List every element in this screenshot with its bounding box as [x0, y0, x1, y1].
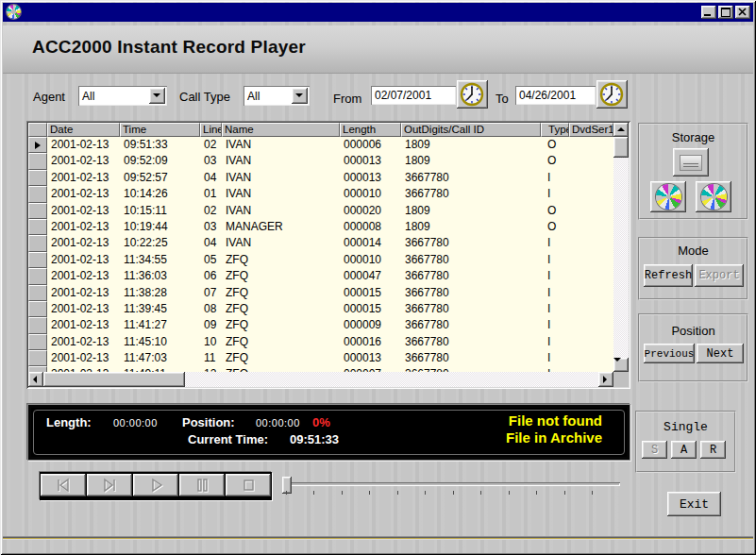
row-selector[interactable]	[28, 285, 47, 301]
position-label: Position:	[182, 415, 235, 429]
table-row[interactable]: 2001-02-1311:45:1010ZFQ0000163667780I	[28, 334, 613, 350]
column-header-length[interactable]: Length	[340, 123, 401, 137]
grid-header-row: DateTimeLineNameLengthOutDigits/Call IDT…	[28, 123, 613, 137]
seek-slider-track[interactable]	[282, 482, 620, 486]
cell-outdigits: 1809	[401, 219, 541, 235]
table-row[interactable]: 2001-02-1310:15:1102IVAN0000201809O	[28, 203, 613, 219]
cell-length: 000013	[340, 153, 401, 169]
row-selector[interactable]	[28, 153, 47, 169]
row-selector[interactable]	[28, 268, 47, 284]
export-button[interactable]: Export	[695, 264, 744, 287]
to-calendar-button[interactable]	[596, 80, 628, 109]
column-header-dvdser1[interactable]: DvdSer1	[569, 123, 613, 137]
cell-outdigits: 3667780	[401, 235, 541, 251]
table-row[interactable]: 2001-02-1311:36:0306ZFQ0000473667780I	[28, 268, 613, 284]
vertical-scroll-track[interactable]	[613, 158, 629, 358]
call-type-dropdown-button[interactable]	[292, 88, 308, 104]
scroll-up-button[interactable]	[613, 123, 629, 137]
table-row[interactable]: 2001-02-1311:47:0311ZFQ0000133667780I	[28, 350, 613, 366]
column-header-name[interactable]: Name	[222, 123, 340, 137]
refresh-button[interactable]: Refresh	[644, 264, 693, 287]
stop-button[interactable]	[226, 474, 271, 496]
to-date-input[interactable]	[515, 86, 596, 105]
row-selector[interactable]	[28, 301, 47, 317]
table-row[interactable]: 2001-02-1309:52:5704IVAN0000133667780I	[28, 170, 613, 186]
agent-dropdown-button[interactable]	[149, 88, 165, 104]
row-selector[interactable]	[28, 186, 47, 202]
drive-storage-button[interactable]	[673, 148, 709, 177]
cell-type: O	[541, 153, 569, 169]
agent-value: All	[78, 90, 149, 103]
title-bar[interactable]	[3, 3, 753, 22]
vertical-scroll-thumb[interactable]	[613, 137, 629, 158]
single-s-button[interactable]: S	[642, 441, 667, 459]
cell-name: ZFQ	[222, 285, 340, 301]
next-button[interactable]: Next	[697, 344, 744, 363]
column-header-outdigits[interactable]: OutDigits/Call ID	[401, 123, 541, 137]
position-panel: Position Previous Next	[638, 313, 748, 382]
skip-end-button[interactable]	[87, 474, 132, 496]
column-header-date[interactable]: Date	[47, 123, 120, 137]
cd-storage-button-1[interactable]	[650, 181, 686, 212]
row-selector[interactable]	[28, 235, 47, 251]
table-row[interactable]: 2001-02-1311:34:5505ZFQ0000103667780I	[28, 252, 613, 268]
table-row[interactable]: 2001-02-1309:52:0903IVAN0000131809O	[28, 153, 613, 169]
exit-button[interactable]: Exit	[667, 492, 721, 516]
vertical-scrollbar[interactable]	[613, 123, 629, 387]
maximize-button[interactable]	[718, 6, 733, 19]
table-row[interactable]: 2001-02-1310:19:4403MANAGER0000081809O	[28, 219, 613, 235]
column-header-type[interactable]: Type	[541, 123, 569, 137]
pause-button[interactable]	[179, 474, 225, 496]
close-button[interactable]	[735, 6, 750, 19]
row-selector[interactable]	[28, 219, 47, 235]
cell-outdigits: 3667780	[401, 268, 541, 284]
cell-type: I	[541, 350, 569, 366]
scroll-down-button[interactable]	[613, 358, 629, 372]
cell-name: ZFQ	[222, 252, 340, 268]
previous-button[interactable]: Previous	[644, 344, 695, 363]
cell-length: 000016	[340, 334, 401, 350]
row-selector[interactable]	[28, 317, 47, 333]
row-selector[interactable]	[28, 170, 47, 186]
cell-line: 11	[200, 350, 222, 366]
table-row[interactable]: 2001-02-1309:51:3302IVAN0000061809O	[28, 137, 613, 153]
mode-title: Mode	[640, 244, 747, 258]
cell-length: 000020	[340, 203, 401, 219]
row-selector[interactable]	[28, 203, 47, 219]
call-type-select[interactable]: All	[244, 86, 310, 106]
scroll-left-button[interactable]	[28, 372, 43, 387]
row-selector[interactable]	[28, 350, 47, 366]
horizontal-scroll-thumb[interactable]	[43, 372, 185, 387]
table-row[interactable]: 2001-02-1311:38:2807ZFQ0000153667780I	[28, 285, 613, 301]
cell-name: ZFQ	[222, 317, 340, 333]
table-row[interactable]: 2001-02-1310:14:2601IVAN0000103667780I	[28, 186, 613, 202]
single-r-button[interactable]: R	[700, 441, 726, 459]
table-row[interactable]: 2001-02-1310:22:2504IVAN0000143667780I	[28, 235, 613, 251]
cd-storage-button-2[interactable]	[696, 181, 731, 212]
clock-icon	[596, 80, 628, 109]
horizontal-scroll-track[interactable]	[185, 372, 598, 387]
single-a-button[interactable]: A	[671, 441, 697, 459]
current-row-icon	[35, 142, 41, 149]
horizontal-scrollbar[interactable]	[28, 372, 613, 387]
skip-start-button[interactable]	[41, 474, 86, 496]
row-selector[interactable]	[28, 334, 47, 350]
play-button[interactable]	[133, 474, 178, 496]
from-calendar-button[interactable]	[457, 80, 488, 109]
arrow-up-icon	[617, 127, 625, 131]
cell-length: 000009	[340, 317, 401, 333]
table-row[interactable]: 2001-02-1311:41:2709ZFQ0000093667780I	[28, 317, 613, 333]
minimize-button[interactable]	[701, 6, 716, 19]
row-selector[interactable]	[28, 252, 47, 268]
grid-body: 2001-02-1309:51:3302IVAN0000061809O2001-…	[28, 137, 613, 372]
cell-date: 2001-02-13	[47, 153, 120, 169]
agent-select[interactable]: All	[78, 86, 167, 106]
cell-date: 2001-02-13	[47, 137, 120, 153]
column-header-time[interactable]: Time	[120, 123, 200, 137]
from-date-input[interactable]	[371, 86, 456, 105]
column-header-line[interactable]: Line	[200, 123, 222, 137]
table-row[interactable]: 2001-02-1311:39:4508ZFQ0000153667780I	[28, 301, 613, 317]
row-selector[interactable]	[28, 137, 47, 153]
cell-line: 09	[200, 317, 222, 333]
scroll-right-button[interactable]	[598, 372, 613, 387]
